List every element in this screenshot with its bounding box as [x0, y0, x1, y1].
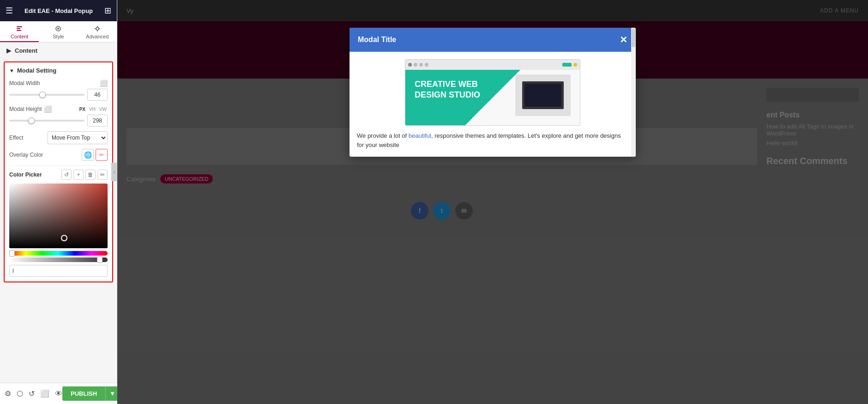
nav-green-bar: [562, 63, 572, 67]
modal-img-text: CREATIVE WEB DESIGN STUDIO: [415, 79, 480, 101]
tab-content[interactable]: Content: [0, 21, 39, 42]
effect-label: Effect: [9, 135, 23, 141]
hue-thumb[interactable]: [9, 250, 15, 257]
modal-img-line2: DESIGN STUDIO: [415, 90, 480, 100]
laptop-screen-inner: [524, 84, 561, 107]
modal-width-value-input[interactable]: 46: [87, 89, 108, 101]
cp-refresh-btn[interactable]: ↺: [61, 170, 72, 180]
overlay-pen-btn[interactable]: ✏: [96, 149, 108, 161]
main-content: Vy ADD A MENU How to create Modal Popup …: [117, 0, 868, 404]
unit-vh-btn[interactable]: VH: [88, 107, 96, 112]
bottom-icons: ⚙ ⬡ ↺ ⬜ 👁: [5, 389, 62, 398]
publish-btn[interactable]: PUBLISH: [62, 386, 105, 401]
effect-select[interactable]: Move From Top Fade Slide Zoom: [48, 131, 108, 144]
hue-slider[interactable]: [9, 251, 108, 256]
svg-rect-0: [17, 26, 22, 27]
tab-advanced-label: Advanced: [86, 34, 108, 39]
hamburger-icon[interactable]: ☰: [6, 6, 13, 16]
hex-input[interactable]: l: [9, 265, 108, 277]
content-section-header[interactable]: ▶ Content: [0, 43, 117, 59]
opacity-thumb[interactable]: [97, 257, 102, 263]
cp-add-btn[interactable]: +: [73, 170, 84, 180]
modal-height-row: Modal Height ⬜ PX VH VW 298: [9, 105, 108, 127]
unit-px-btn[interactable]: PX: [78, 107, 86, 112]
tab-style[interactable]: Style: [39, 21, 78, 42]
section-arrow-icon: ▶: [6, 47, 11, 54]
hex-input-row: l: [9, 265, 108, 277]
modal-setting-label: Modal Setting: [17, 67, 56, 74]
modal-close-btn[interactable]: ✕: [620, 34, 627, 45]
bottom-toolbar: ⚙ ⬡ ↺ ⬜ 👁 PUBLISH ▼: [0, 383, 117, 404]
modal-height-label: Modal Height: [9, 106, 42, 112]
modal-scrollbar-thumb[interactable]: [632, 29, 635, 47]
modal-image-placeholder: CREATIVE WEB DESIGN STUDIO: [405, 59, 580, 126]
modal-height-slider-row: 298: [9, 115, 108, 127]
modal-width-slider-thumb[interactable]: [39, 92, 46, 98]
nav-dot-1: [408, 63, 412, 67]
unit-buttons: PX VH VW: [78, 107, 108, 112]
modal-img-nav: [405, 60, 580, 70]
modal-width-row: Modal Width ⬜ 46: [9, 80, 108, 101]
color-gradient-box[interactable]: [9, 184, 108, 248]
laptop-screen: [522, 81, 564, 109]
modal-height-label-row: Modal Height ⬜ PX VH VW: [9, 105, 108, 113]
tab-advanced[interactable]: Advanced: [78, 21, 117, 42]
left-panel: ☰ Edit EAE - Modal Popup ⊞ Content Style: [0, 0, 117, 404]
opacity-slider-row: [9, 257, 108, 262]
responsive-icon[interactable]: ⬜: [40, 389, 49, 398]
cp-dropper-btn[interactable]: ✏: [97, 170, 108, 180]
nav-yellow-dot: [573, 63, 577, 67]
svg-point-5: [96, 27, 99, 30]
editor-title: Edit EAE - Modal Popup: [24, 7, 93, 14]
modal-header: Modal Title ✕: [350, 28, 636, 52]
modal-width-slider-track: [9, 94, 84, 96]
editor-topbar: ☰ Edit EAE - Modal Popup ⊞: [0, 0, 117, 21]
color-picker-title: Color Picker: [9, 171, 42, 178]
laptop-illustration: [515, 74, 571, 116]
content-tab-icon: [16, 25, 23, 32]
eye-icon[interactable]: 👁: [55, 390, 62, 398]
modal-box: Modal Title ✕: [350, 28, 636, 157]
modal-height-slider-thumb[interactable]: [28, 117, 35, 124]
modal-width-responsive-icon: ⬜: [100, 80, 108, 87]
overlay-globe-btn[interactable]: 🌐: [82, 149, 94, 161]
modal-height-slider-track: [9, 120, 84, 122]
collapse-panel-btn[interactable]: ‹: [111, 163, 117, 181]
modal-height-value-input[interactable]: 298: [87, 115, 108, 127]
opacity-slider[interactable]: [9, 257, 108, 262]
overlay-color-row: Overlay Color 🌐 ✏: [9, 149, 108, 161]
advanced-tab-icon: [94, 25, 101, 32]
color-picker-header: Color Picker ↺ + 🗑 ✏: [9, 170, 108, 180]
layers-icon[interactable]: ⬡: [17, 389, 23, 398]
cp-delete-btn[interactable]: 🗑: [85, 170, 96, 180]
modal-img-line1: CREATIVE WEB: [415, 79, 480, 90]
nav-dot-4: [425, 63, 428, 67]
settings-icon[interactable]: ⚙: [5, 389, 11, 398]
modal-overlay[interactable]: Modal Title ✕: [117, 0, 868, 404]
svg-rect-1: [17, 28, 20, 29]
modal-setting-title[interactable]: ▼ Modal Setting: [9, 67, 108, 74]
color-picker-dot[interactable]: [61, 235, 67, 241]
modal-body: CREATIVE WEB DESIGN STUDIO We provide a …: [350, 52, 636, 157]
panel-body: ▶ Content ▼ Modal Setting Modal Width ⬜: [0, 43, 117, 383]
color-picker-actions: ↺ + 🗑 ✏: [61, 170, 108, 180]
style-tab-icon: [54, 25, 62, 32]
modal-scrollbar[interactable]: [631, 28, 636, 157]
modal-body-strong: beautiful: [409, 132, 431, 139]
history-icon[interactable]: ↺: [29, 389, 35, 398]
nav-right-dots: [562, 63, 577, 67]
grid-icon[interactable]: ⊞: [104, 6, 111, 16]
modal-setting-box: ▼ Modal Setting Modal Width ⬜ 46: [4, 61, 113, 282]
effect-row: Effect Move From Top Fade Slide Zoom: [9, 131, 108, 144]
modal-img-inner: CREATIVE WEB DESIGN STUDIO: [405, 70, 580, 125]
svg-rect-2: [17, 30, 21, 31]
modal-width-slider-row: 46: [9, 89, 108, 101]
nav-dot-3: [419, 63, 423, 67]
unit-vw-btn[interactable]: VW: [98, 107, 108, 112]
overlay-color-controls: 🌐 ✏: [82, 149, 108, 161]
modal-height-slider-container[interactable]: [9, 116, 84, 125]
modal-width-slider-container[interactable]: [9, 91, 84, 99]
modal-height-responsive-icon: ⬜: [44, 105, 52, 113]
tab-style-label: Style: [53, 34, 64, 39]
hue-slider-row: [9, 251, 108, 256]
